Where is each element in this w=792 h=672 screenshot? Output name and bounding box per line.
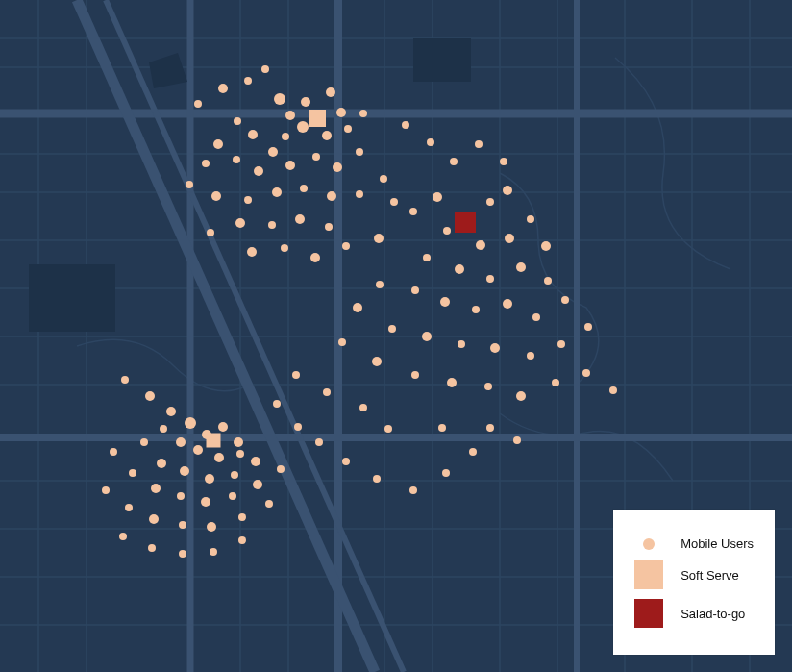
soft-serve-marker[interactable] xyxy=(309,110,326,127)
mobile-user-marker[interactable] xyxy=(281,244,288,252)
mobile-user-marker[interactable] xyxy=(411,286,419,294)
mobile-user-marker[interactable] xyxy=(285,111,295,120)
mobile-user-marker[interactable] xyxy=(234,437,243,447)
mobile-user-marker[interactable] xyxy=(294,423,302,431)
mobile-user-marker[interactable] xyxy=(218,422,228,432)
mobile-user-marker[interactable] xyxy=(210,548,217,556)
mobile-user-marker[interactable] xyxy=(472,306,480,313)
mobile-user-marker[interactable] xyxy=(193,445,203,455)
mobile-user-marker[interactable] xyxy=(356,190,363,198)
map-canvas[interactable]: Mobile Users Soft Serve Salad-to-go xyxy=(0,0,792,672)
mobile-user-marker[interactable] xyxy=(323,388,331,396)
mobile-user-marker[interactable] xyxy=(402,121,409,129)
mobile-user-marker[interactable] xyxy=(409,208,417,215)
mobile-user-marker[interactable] xyxy=(544,277,552,285)
mobile-user-marker[interactable] xyxy=(213,139,223,149)
mobile-user-marker[interactable] xyxy=(261,65,269,73)
mobile-user-marker[interactable] xyxy=(484,383,492,390)
mobile-user-marker[interactable] xyxy=(342,458,350,465)
mobile-user-marker[interactable] xyxy=(185,417,196,429)
mobile-user-marker[interactable] xyxy=(129,469,136,477)
mobile-user-marker[interactable] xyxy=(201,497,210,507)
mobile-user-marker[interactable] xyxy=(427,138,434,146)
mobile-user-marker[interactable] xyxy=(455,264,464,274)
mobile-user-marker[interactable] xyxy=(516,391,526,401)
mobile-user-marker[interactable] xyxy=(157,459,166,468)
mobile-user-marker[interactable] xyxy=(194,100,202,108)
mobile-user-marker[interactable] xyxy=(490,343,500,353)
mobile-user-marker[interactable] xyxy=(207,522,216,532)
mobile-user-marker[interactable] xyxy=(268,221,276,229)
mobile-user-marker[interactable] xyxy=(503,299,512,309)
mobile-user-marker[interactable] xyxy=(450,158,458,165)
mobile-user-marker[interactable] xyxy=(119,533,127,540)
mobile-user-marker[interactable] xyxy=(344,125,352,133)
mobile-user-marker[interactable] xyxy=(202,160,210,167)
mobile-user-marker[interactable] xyxy=(557,340,565,348)
mobile-user-marker[interactable] xyxy=(447,378,457,387)
mobile-user-marker[interactable] xyxy=(372,357,382,366)
mobile-user-marker[interactable] xyxy=(486,198,494,206)
mobile-user-marker[interactable] xyxy=(300,185,308,192)
mobile-user-marker[interactable] xyxy=(440,297,450,307)
mobile-user-marker[interactable] xyxy=(442,469,450,477)
mobile-user-marker[interactable] xyxy=(503,186,512,195)
mobile-user-marker[interactable] xyxy=(218,84,228,93)
mobile-user-marker[interactable] xyxy=(254,166,263,176)
mobile-user-marker[interactable] xyxy=(476,240,485,250)
mobile-user-marker[interactable] xyxy=(265,500,273,508)
mobile-user-marker[interactable] xyxy=(475,140,483,148)
mobile-user-marker[interactable] xyxy=(310,253,320,262)
mobile-user-marker[interactable] xyxy=(327,191,336,201)
mobile-user-marker[interactable] xyxy=(125,504,133,511)
mobile-user-marker[interactable] xyxy=(582,369,590,377)
mobile-user-marker[interactable] xyxy=(251,457,260,466)
mobile-user-marker[interactable] xyxy=(238,536,246,544)
mobile-user-marker[interactable] xyxy=(359,110,367,117)
mobile-user-marker[interactable] xyxy=(238,513,246,521)
mobile-user-marker[interactable] xyxy=(315,438,323,446)
mobile-user-marker[interactable] xyxy=(527,352,534,360)
mobile-user-marker[interactable] xyxy=(438,424,446,432)
mobile-user-marker[interactable] xyxy=(423,254,431,261)
mobile-user-marker[interactable] xyxy=(443,227,451,235)
mobile-user-marker[interactable] xyxy=(268,147,278,157)
mobile-user-marker[interactable] xyxy=(176,437,186,447)
mobile-user-marker[interactable] xyxy=(247,247,257,257)
mobile-user-marker[interactable] xyxy=(326,87,335,97)
mobile-user-marker[interactable] xyxy=(527,215,534,223)
mobile-user-marker[interactable] xyxy=(244,77,252,85)
mobile-user-marker[interactable] xyxy=(359,404,367,411)
mobile-user-marker[interactable] xyxy=(277,465,285,473)
mobile-user-marker[interactable] xyxy=(469,448,477,456)
mobile-user-marker[interactable] xyxy=(325,223,333,231)
mobile-user-marker[interactable] xyxy=(411,371,419,379)
mobile-user-marker[interactable] xyxy=(177,492,185,500)
mobile-user-marker[interactable] xyxy=(373,475,381,483)
mobile-user-marker[interactable] xyxy=(234,117,241,125)
mobile-user-marker[interactable] xyxy=(145,391,155,401)
mobile-user-marker[interactable] xyxy=(121,376,129,384)
mobile-user-marker[interactable] xyxy=(333,162,342,172)
mobile-user-marker[interactable] xyxy=(179,550,186,558)
mobile-user-marker[interactable] xyxy=(342,242,350,250)
mobile-user-marker[interactable] xyxy=(214,453,224,462)
mobile-user-marker[interactable] xyxy=(322,131,332,140)
mobile-user-marker[interactable] xyxy=(384,425,392,433)
mobile-user-marker[interactable] xyxy=(151,484,161,493)
mobile-user-marker[interactable] xyxy=(180,466,189,476)
mobile-user-marker[interactable] xyxy=(301,97,310,107)
mobile-user-marker[interactable] xyxy=(292,371,300,379)
mobile-user-marker[interactable] xyxy=(179,521,186,529)
mobile-user-marker[interactable] xyxy=(229,492,236,500)
mobile-user-marker[interactable] xyxy=(236,450,244,458)
mobile-user-marker[interactable] xyxy=(374,234,384,243)
mobile-user-marker[interactable] xyxy=(376,281,384,288)
mobile-user-marker[interactable] xyxy=(110,448,117,456)
mobile-user-marker[interactable] xyxy=(486,424,494,432)
mobile-user-marker[interactable] xyxy=(149,514,159,524)
mobile-user-marker[interactable] xyxy=(244,196,252,204)
mobile-user-marker[interactable] xyxy=(500,158,507,165)
mobile-user-marker[interactable] xyxy=(336,108,346,117)
mobile-user-marker[interactable] xyxy=(285,161,295,170)
